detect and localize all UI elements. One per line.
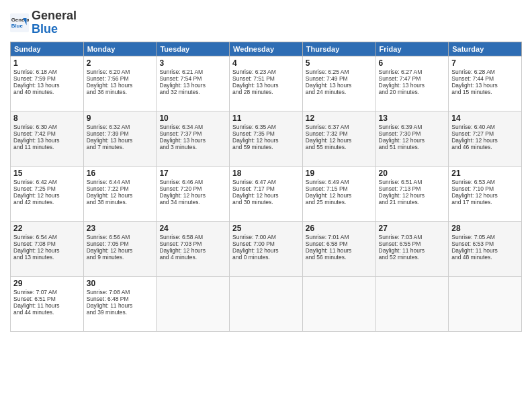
day-info-line: Daylight: 11 hours bbox=[379, 247, 446, 254]
calendar-cell: 17Sunrise: 6:46 AMSunset: 7:20 PMDayligh… bbox=[157, 166, 230, 221]
day-number: 28 bbox=[451, 224, 519, 233]
calendar-cell: 21Sunrise: 6:53 AMSunset: 7:10 PMDayligh… bbox=[449, 166, 522, 221]
day-info-line: Sunrise: 6:28 AM bbox=[451, 68, 519, 75]
day-info-line: Sunrise: 7:00 AM bbox=[232, 234, 300, 240]
day-info-line: and 3 minutes. bbox=[159, 144, 226, 150]
day-info-line: and 9 minutes. bbox=[87, 254, 154, 261]
day-number: 7 bbox=[451, 58, 519, 68]
day-number: 19 bbox=[306, 169, 373, 178]
day-info-line: Daylight: 12 hours bbox=[13, 247, 81, 254]
day-info-line: Sunrise: 6:25 AM bbox=[306, 68, 373, 75]
day-info-line: Daylight: 13 hours bbox=[306, 82, 373, 89]
day-info-line: and 55 minutes. bbox=[306, 144, 373, 150]
day-info-line: and 0 minutes. bbox=[232, 254, 300, 261]
day-info-line: and 13 minutes. bbox=[13, 254, 81, 261]
day-info-line: Sunrise: 7:03 AM bbox=[379, 234, 446, 240]
day-info-line: Sunrise: 6:18 AM bbox=[13, 68, 81, 75]
day-info-line: Sunset: 7:03 PM bbox=[159, 240, 226, 247]
day-info-line: Sunset: 7:54 PM bbox=[159, 75, 226, 82]
logo-icon: General Blue bbox=[10, 13, 29, 32]
day-info-line: Sunset: 7:42 PM bbox=[13, 130, 81, 137]
calendar-week-row: 22Sunrise: 6:54 AMSunset: 7:08 PMDayligh… bbox=[11, 221, 522, 276]
day-info-line: and 21 minutes. bbox=[379, 199, 446, 205]
day-info-line: Sunrise: 6:20 AM bbox=[87, 68, 154, 75]
day-number: 6 bbox=[379, 58, 446, 68]
calendar-cell: 14Sunrise: 6:40 AMSunset: 7:27 PMDayligh… bbox=[449, 111, 522, 166]
day-number: 22 bbox=[13, 224, 81, 233]
day-info-line: Sunrise: 7:07 AM bbox=[13, 289, 81, 295]
day-header-sunday: Sunday bbox=[11, 42, 84, 56]
day-info-line: Sunrise: 6:49 AM bbox=[306, 179, 373, 185]
day-header-friday: Friday bbox=[375, 42, 449, 56]
day-info-line: Daylight: 12 hours bbox=[159, 192, 226, 199]
day-info-line: and 59 minutes. bbox=[232, 144, 300, 150]
day-info-line: Daylight: 11 hours bbox=[87, 302, 154, 309]
day-info-line: Sunset: 7:25 PM bbox=[13, 185, 81, 192]
day-info-line: and 25 minutes. bbox=[306, 199, 373, 205]
day-info-line: Daylight: 12 hours bbox=[379, 192, 446, 199]
day-header-tuesday: Tuesday bbox=[157, 42, 230, 56]
day-info-line: Sunrise: 6:35 AM bbox=[232, 124, 300, 130]
day-info-line: and 28 minutes. bbox=[232, 89, 300, 95]
calendar-cell: 30Sunrise: 7:08 AMSunset: 6:48 PMDayligh… bbox=[83, 276, 157, 331]
calendar-header-row: SundayMondayTuesdayWednesdayThursdayFrid… bbox=[11, 42, 522, 56]
day-info-line: Daylight: 13 hours bbox=[379, 82, 446, 89]
day-number: 25 bbox=[232, 224, 300, 233]
day-header-monday: Monday bbox=[83, 42, 157, 56]
day-info-line: Sunset: 6:58 PM bbox=[306, 240, 373, 247]
day-info-line: Sunset: 6:48 PM bbox=[87, 295, 154, 302]
day-info-line: Sunset: 6:53 PM bbox=[451, 240, 519, 247]
calendar-cell: 27Sunrise: 7:03 AMSunset: 6:55 PMDayligh… bbox=[375, 221, 449, 276]
calendar-cell: 13Sunrise: 6:39 AMSunset: 7:30 PMDayligh… bbox=[375, 111, 449, 166]
day-info-line: Daylight: 12 hours bbox=[159, 247, 226, 254]
day-info-line: Sunset: 7:32 PM bbox=[306, 130, 373, 137]
day-info-line: Sunrise: 6:54 AM bbox=[13, 234, 81, 240]
day-info-line: and 20 minutes. bbox=[379, 89, 446, 95]
day-header-wednesday: Wednesday bbox=[230, 42, 303, 56]
day-info-line: Sunrise: 6:30 AM bbox=[13, 124, 81, 130]
day-number: 17 bbox=[159, 169, 226, 178]
calendar-cell: 16Sunrise: 6:44 AMSunset: 7:22 PMDayligh… bbox=[83, 166, 157, 221]
day-info-line: Daylight: 13 hours bbox=[87, 137, 154, 144]
calendar-cell: 26Sunrise: 7:01 AMSunset: 6:58 PMDayligh… bbox=[302, 221, 375, 276]
day-number: 21 bbox=[451, 169, 519, 178]
day-info-line: and 52 minutes. bbox=[379, 254, 446, 261]
day-info-line: Daylight: 12 hours bbox=[232, 247, 300, 254]
calendar-page: General Blue General Blue SundayMondayTu… bbox=[0, 0, 532, 411]
day-info-line: and 24 minutes. bbox=[306, 89, 373, 95]
calendar-cell: 24Sunrise: 6:58 AMSunset: 7:03 PMDayligh… bbox=[157, 221, 230, 276]
calendar-week-row: 15Sunrise: 6:42 AMSunset: 7:25 PMDayligh… bbox=[11, 166, 522, 221]
calendar-cell: 25Sunrise: 7:00 AMSunset: 7:00 PMDayligh… bbox=[230, 221, 303, 276]
calendar-cell bbox=[302, 276, 375, 331]
day-info-line: Sunset: 7:30 PM bbox=[379, 130, 446, 137]
day-info-line: Daylight: 12 hours bbox=[379, 137, 446, 144]
day-info-line: Sunrise: 6:40 AM bbox=[451, 124, 519, 130]
day-info-line: and 38 minutes. bbox=[87, 199, 154, 205]
day-info-line: Sunset: 7:10 PM bbox=[451, 185, 519, 192]
day-info-line: and 17 minutes. bbox=[451, 199, 519, 205]
day-info-line: Sunrise: 6:51 AM bbox=[379, 179, 446, 185]
day-info-line: Sunset: 7:15 PM bbox=[306, 185, 373, 192]
day-info-line: Daylight: 11 hours bbox=[13, 302, 81, 309]
day-header-saturday: Saturday bbox=[449, 42, 522, 56]
day-info-line: Sunset: 7:00 PM bbox=[232, 240, 300, 247]
day-info-line: Daylight: 13 hours bbox=[13, 82, 81, 89]
calendar-body: 1Sunrise: 6:18 AMSunset: 7:59 PMDaylight… bbox=[11, 56, 522, 331]
calendar-week-row: 29Sunrise: 7:07 AMSunset: 6:51 PMDayligh… bbox=[11, 276, 522, 331]
logo-general: General bbox=[32, 9, 77, 22]
calendar-cell bbox=[449, 276, 522, 331]
calendar-cell: 3Sunrise: 6:21 AMSunset: 7:54 PMDaylight… bbox=[157, 56, 230, 111]
day-info-line: Sunset: 7:49 PM bbox=[306, 75, 373, 82]
calendar-cell bbox=[157, 276, 230, 331]
header: General Blue General Blue bbox=[10, 7, 522, 36]
day-info-line: Daylight: 13 hours bbox=[232, 82, 300, 89]
day-info-line: Sunrise: 6:47 AM bbox=[232, 179, 300, 185]
calendar-cell: 10Sunrise: 6:34 AMSunset: 7:37 PMDayligh… bbox=[157, 111, 230, 166]
day-info-line: Sunset: 7:13 PM bbox=[379, 185, 446, 192]
day-info-line: and 56 minutes. bbox=[306, 254, 373, 261]
day-info-line: Daylight: 12 hours bbox=[451, 137, 519, 144]
day-info-line: and 30 minutes. bbox=[232, 199, 300, 205]
calendar-cell: 12Sunrise: 6:37 AMSunset: 7:32 PMDayligh… bbox=[302, 111, 375, 166]
day-info-line: Sunrise: 6:44 AM bbox=[87, 179, 154, 185]
day-info-line: Sunset: 7:59 PM bbox=[13, 75, 81, 82]
